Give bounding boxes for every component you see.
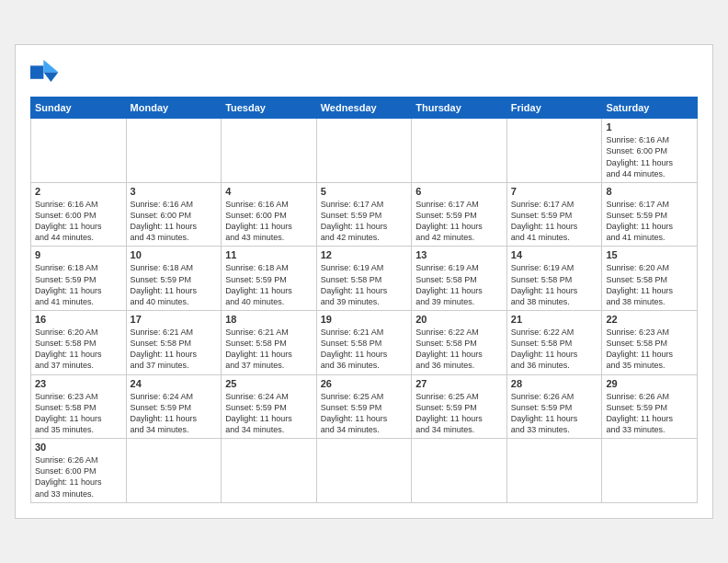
- logo: [30, 60, 65, 86]
- calendar-cell: 12Sunrise: 6:19 AM Sunset: 5:58 PM Dayli…: [316, 247, 412, 311]
- calendar-cell: [412, 439, 507, 503]
- calendar-cell: 5Sunrise: 6:17 AM Sunset: 5:59 PM Daylig…: [316, 182, 412, 247]
- weekday-header-sunday: Sunday: [31, 98, 127, 119]
- svg-marker-1: [43, 60, 58, 73]
- day-info: Sunrise: 6:19 AM Sunset: 5:58 PM Dayligh…: [511, 262, 598, 307]
- calendar-cell: 7Sunrise: 6:17 AM Sunset: 5:59 PM Daylig…: [506, 182, 602, 247]
- day-number: 6: [415, 186, 503, 197]
- day-info: Sunrise: 6:21 AM Sunset: 5:58 PM Dayligh…: [131, 327, 218, 372]
- day-info: Sunrise: 6:24 AM Sunset: 5:59 PM Dayligh…: [225, 391, 313, 436]
- calendar-cell: 27Sunrise: 6:25 AM Sunset: 5:59 PM Dayli…: [412, 374, 507, 439]
- calendar-cell: 26Sunrise: 6:25 AM Sunset: 5:59 PM Dayli…: [316, 374, 412, 439]
- day-info: Sunrise: 6:22 AM Sunset: 5:58 PM Dayligh…: [415, 327, 503, 372]
- day-number: 28: [511, 378, 598, 389]
- calendar-cell: 18Sunrise: 6:21 AM Sunset: 5:58 PM Dayli…: [222, 311, 317, 375]
- day-info: Sunrise: 6:19 AM Sunset: 5:58 PM Dayligh…: [415, 262, 503, 307]
- calendar-header: [30, 60, 698, 86]
- logo-icon: [30, 60, 60, 86]
- day-info: Sunrise: 6:25 AM Sunset: 5:59 PM Dayligh…: [415, 391, 503, 436]
- calendar-cell: 13Sunrise: 6:19 AM Sunset: 5:58 PM Dayli…: [412, 247, 507, 311]
- day-number: 24: [131, 378, 218, 389]
- day-number: 8: [606, 186, 693, 197]
- calendar-cell: 23Sunrise: 6:23 AM Sunset: 5:58 PM Dayli…: [31, 374, 127, 439]
- weekday-header-row: SundayMondayTuesdayWednesdayThursdayFrid…: [31, 98, 698, 119]
- day-info: Sunrise: 6:16 AM Sunset: 6:00 PM Dayligh…: [131, 199, 218, 244]
- day-info: Sunrise: 6:22 AM Sunset: 5:58 PM Dayligh…: [511, 327, 598, 372]
- calendar-cell: 30Sunrise: 6:26 AM Sunset: 6:00 PM Dayli…: [31, 439, 127, 503]
- day-number: 7: [511, 186, 598, 197]
- calendar-cell: 14Sunrise: 6:19 AM Sunset: 5:58 PM Dayli…: [506, 247, 602, 311]
- calendar-cell: [126, 119, 222, 183]
- day-number: 29: [606, 378, 693, 389]
- calendar-cell: 29Sunrise: 6:26 AM Sunset: 5:59 PM Dayli…: [602, 374, 698, 439]
- day-info: Sunrise: 6:18 AM Sunset: 5:59 PM Dayligh…: [35, 262, 122, 307]
- day-info: Sunrise: 6:25 AM Sunset: 5:59 PM Dayligh…: [321, 391, 408, 436]
- weekday-header-thursday: Thursday: [412, 98, 507, 119]
- calendar-cell: 10Sunrise: 6:18 AM Sunset: 5:59 PM Dayli…: [126, 247, 222, 311]
- day-info: Sunrise: 6:17 AM Sunset: 5:59 PM Dayligh…: [321, 199, 408, 244]
- calendar-cell: 19Sunrise: 6:21 AM Sunset: 5:58 PM Dayli…: [316, 311, 412, 375]
- day-info: Sunrise: 6:16 AM Sunset: 6:00 PM Dayligh…: [225, 199, 313, 244]
- day-info: Sunrise: 6:21 AM Sunset: 5:58 PM Dayligh…: [321, 327, 408, 372]
- calendar-cell: 1Sunrise: 6:16 AM Sunset: 6:00 PM Daylig…: [602, 119, 698, 183]
- weekday-header-monday: Monday: [126, 98, 222, 119]
- calendar-cell: [412, 119, 507, 183]
- day-number: 18: [225, 314, 313, 325]
- day-number: 16: [35, 314, 122, 325]
- calendar-cell: 8Sunrise: 6:17 AM Sunset: 5:59 PM Daylig…: [602, 182, 698, 247]
- calendar-cell: 17Sunrise: 6:21 AM Sunset: 5:58 PM Dayli…: [126, 311, 222, 375]
- day-number: 3: [131, 186, 218, 197]
- day-number: 11: [225, 249, 313, 260]
- day-number: 13: [415, 249, 503, 260]
- day-info: Sunrise: 6:18 AM Sunset: 5:59 PM Dayligh…: [131, 262, 218, 307]
- weekday-header-friday: Friday: [506, 98, 602, 119]
- calendar-cell: 11Sunrise: 6:18 AM Sunset: 5:59 PM Dayli…: [222, 247, 317, 311]
- day-number: 10: [131, 249, 218, 260]
- weekday-header-saturday: Saturday: [602, 98, 698, 119]
- day-number: 22: [606, 314, 693, 325]
- day-number: 12: [321, 249, 408, 260]
- day-number: 19: [321, 314, 408, 325]
- day-info: Sunrise: 6:26 AM Sunset: 5:59 PM Dayligh…: [511, 391, 598, 436]
- day-number: 9: [35, 249, 122, 260]
- day-info: Sunrise: 6:26 AM Sunset: 5:59 PM Dayligh…: [606, 391, 693, 436]
- calendar-cell: 6Sunrise: 6:17 AM Sunset: 5:59 PM Daylig…: [412, 182, 507, 247]
- day-info: Sunrise: 6:17 AM Sunset: 5:59 PM Dayligh…: [606, 199, 693, 244]
- calendar-cell: [316, 439, 412, 503]
- calendar-cell: 3Sunrise: 6:16 AM Sunset: 6:00 PM Daylig…: [126, 182, 222, 247]
- calendar-cell: 4Sunrise: 6:16 AM Sunset: 6:00 PM Daylig…: [222, 182, 317, 247]
- day-info: Sunrise: 6:19 AM Sunset: 5:58 PM Dayligh…: [321, 262, 408, 307]
- day-number: 1: [606, 121, 693, 132]
- day-number: 25: [225, 378, 313, 389]
- day-number: 15: [606, 249, 693, 260]
- day-number: 4: [225, 186, 313, 197]
- day-info: Sunrise: 6:18 AM Sunset: 5:59 PM Dayligh…: [225, 262, 313, 307]
- day-info: Sunrise: 6:21 AM Sunset: 5:58 PM Dayligh…: [225, 327, 313, 372]
- calendar-cell: 15Sunrise: 6:20 AM Sunset: 5:58 PM Dayli…: [602, 247, 698, 311]
- day-info: Sunrise: 6:16 AM Sunset: 6:00 PM Dayligh…: [35, 199, 122, 244]
- day-info: Sunrise: 6:23 AM Sunset: 5:58 PM Dayligh…: [606, 327, 693, 372]
- day-number: 21: [511, 314, 598, 325]
- calendar-cell: [222, 119, 317, 183]
- week-row-0: 1Sunrise: 6:16 AM Sunset: 6:00 PM Daylig…: [31, 119, 698, 183]
- calendar-cell: [602, 439, 698, 503]
- day-number: 14: [511, 249, 598, 260]
- day-number: 23: [35, 378, 122, 389]
- day-number: 17: [131, 314, 218, 325]
- svg-marker-2: [43, 73, 58, 82]
- day-info: Sunrise: 6:17 AM Sunset: 5:59 PM Dayligh…: [511, 199, 598, 244]
- day-info: Sunrise: 6:20 AM Sunset: 5:58 PM Dayligh…: [606, 262, 693, 307]
- week-row-1: 2Sunrise: 6:16 AM Sunset: 6:00 PM Daylig…: [31, 182, 698, 247]
- weekday-header-wednesday: Wednesday: [316, 98, 412, 119]
- calendar-cell: 25Sunrise: 6:24 AM Sunset: 5:59 PM Dayli…: [222, 374, 317, 439]
- weekday-header-tuesday: Tuesday: [222, 98, 317, 119]
- calendar-cell: [126, 439, 222, 503]
- day-info: Sunrise: 6:24 AM Sunset: 5:59 PM Dayligh…: [131, 391, 218, 436]
- calendar-cell: [316, 119, 412, 183]
- calendar-cell: 20Sunrise: 6:22 AM Sunset: 5:58 PM Dayli…: [412, 311, 507, 375]
- calendar-grid: SundayMondayTuesdayWednesdayThursdayFrid…: [30, 97, 698, 502]
- calendar-cell: 24Sunrise: 6:24 AM Sunset: 5:59 PM Dayli…: [126, 374, 222, 439]
- day-number: 2: [35, 186, 122, 197]
- day-number: 26: [321, 378, 408, 389]
- calendar-cell: 9Sunrise: 6:18 AM Sunset: 5:59 PM Daylig…: [31, 247, 127, 311]
